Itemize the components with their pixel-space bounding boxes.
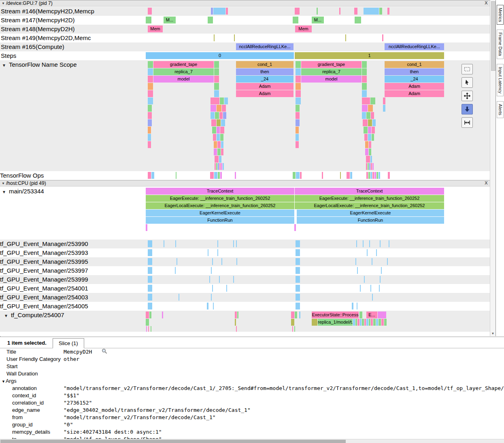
side-tab-alerts[interactable]: Alerts [497, 101, 504, 118]
trace-slice[interactable]: 0 [146, 52, 294, 59]
trace-slice[interactable] [234, 34, 235, 41]
trace-slice[interactable] [296, 141, 299, 148]
trace-slice[interactable] [389, 240, 389, 247]
trace-slice[interactable] [148, 141, 151, 148]
trace-slice[interactable] [219, 156, 221, 163]
trace-slice[interactable] [215, 112, 219, 119]
trace-slice[interactable] [148, 303, 152, 309]
trace-slice[interactable] [215, 163, 216, 170]
trace-slice[interactable] [148, 326, 149, 332]
trace-slice[interactable] [296, 98, 301, 104]
trace-slice[interactable] [236, 326, 237, 332]
trace-slice[interactable] [217, 141, 221, 148]
trace-slice[interactable] [146, 312, 149, 318]
trace-slice[interactable] [175, 240, 176, 247]
trace-slice[interactable] [372, 127, 375, 134]
trace-slice[interactable]: FunctionRun [146, 217, 294, 224]
trace-slice[interactable] [148, 127, 151, 134]
trace-slice[interactable]: EagerExecute: __inference_train_function… [295, 195, 444, 202]
trace-slice[interactable] [211, 294, 212, 301]
zoom-tool-button[interactable] [461, 104, 473, 114]
trace-slice[interactable]: ncclAllReduceRingLLKe... [385, 43, 444, 50]
trace-slice[interactable] [369, 319, 370, 326]
trace-slice[interactable] [222, 105, 226, 112]
trace-slice[interactable] [177, 258, 177, 265]
trace-slice[interactable] [214, 90, 219, 97]
trace-slice[interactable] [214, 148, 217, 155]
trace-slice[interactable]: model [153, 76, 214, 83]
trace-slice[interactable] [217, 249, 218, 256]
trace-slice[interactable]: 1 [295, 52, 444, 59]
trace-slice[interactable] [356, 240, 357, 247]
trace-slice[interactable] [362, 98, 370, 104]
trace-slice[interactable]: EagerKernelExecute [146, 210, 294, 216]
trace-slice[interactable] [339, 8, 340, 15]
trace-slice[interactable] [148, 134, 151, 141]
trace-slice[interactable] [296, 76, 301, 83]
trace-slice[interactable] [366, 112, 370, 119]
trace-slice[interactable] [219, 112, 223, 119]
trace-slice[interactable] [291, 312, 294, 318]
tab-slice[interactable]: Slice (1) [53, 338, 84, 348]
trace-slice[interactable] [212, 127, 216, 134]
trace-slice[interactable] [354, 8, 357, 15]
trace-slice[interactable] [146, 17, 151, 23]
trace-slice[interactable] [296, 105, 300, 112]
trace-slice[interactable]: ExecutorState::Process [312, 312, 359, 318]
trace-slice[interactable]: _24 [236, 76, 293, 83]
trace-slice[interactable] [164, 240, 164, 247]
trace-slice[interactable] [355, 258, 356, 265]
trace-slice[interactable] [370, 156, 372, 163]
trace-slice[interactable] [371, 163, 372, 170]
trace-slice[interactable] [214, 76, 219, 83]
trace-slice[interactable] [148, 172, 151, 179]
trace-slice[interactable] [362, 61, 367, 68]
trace-slice[interactable] [362, 112, 366, 119]
collapse-arrow-icon[interactable]: ▼ [2, 182, 5, 185]
trace-slice[interactable] [148, 105, 152, 112]
trace-slice[interactable] [295, 312, 297, 318]
trace-slice[interactable] [370, 172, 372, 179]
trace-slice[interactable]: Mem [148, 25, 163, 32]
trace-slice[interactable] [296, 258, 300, 265]
trace-slice[interactable]: then [385, 68, 444, 75]
trace-slice[interactable] [220, 127, 224, 134]
trace-vertical-scrollbar[interactable]: ▼ [490, 0, 495, 336]
trace-slice[interactable] [296, 294, 300, 301]
trace-slice[interactable] [368, 172, 370, 179]
trace-slice[interactable] [207, 303, 208, 309]
trace-slice[interactable] [355, 17, 361, 23]
trace-slice[interactable] [215, 156, 219, 163]
trace-slice[interactable] [221, 258, 222, 265]
trace-slice[interactable] [213, 134, 216, 141]
track-label[interactable]: ▼tf_Compute/254007 [4, 311, 64, 320]
trace-slice[interactable] [296, 119, 300, 126]
trace-slice[interactable] [236, 240, 237, 247]
trace-slice[interactable] [312, 319, 317, 326]
trace-slice[interactable] [383, 98, 385, 104]
pointer-tool-button[interactable] [461, 77, 473, 88]
trace-slice[interactable] [350, 172, 352, 179]
trace-slice[interactable] [151, 172, 154, 179]
horizontal-scrollbar[interactable] [0, 439, 504, 443]
trace-slice[interactable] [217, 240, 218, 247]
trace-slice[interactable] [362, 83, 367, 90]
trace-slice[interactable] [146, 224, 147, 231]
trace-slice[interactable] [148, 240, 152, 247]
trace-slice[interactable] [296, 303, 300, 309]
trace-slice[interactable] [362, 105, 368, 112]
trace-slice[interactable]: gradient_tape [301, 61, 362, 68]
trace-slice[interactable]: gradient_tape [153, 61, 214, 68]
trace-slice[interactable] [296, 127, 299, 134]
trace-slice[interactable] [223, 163, 224, 170]
trace-slice[interactable] [212, 258, 213, 265]
trace-slice[interactable]: Adam [236, 90, 293, 97]
trace-slice[interactable] [217, 119, 221, 126]
trace-slice[interactable] [368, 163, 369, 170]
trace-slice[interactable] [148, 90, 153, 97]
trace-slice[interactable] [214, 68, 219, 75]
trace-slice[interactable] [355, 319, 357, 326]
trace-slice[interactable] [372, 294, 373, 301]
trace-slice[interactable] [148, 98, 153, 104]
trace-slice[interactable] [372, 134, 374, 141]
